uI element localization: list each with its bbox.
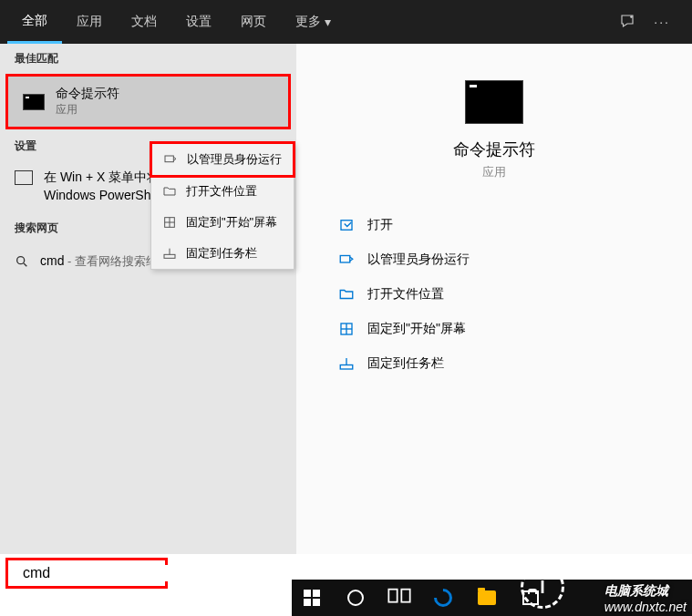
cmd-icon: [23, 94, 45, 110]
ctx-open-location-label: 打开文件位置: [186, 183, 257, 200]
search-box[interactable]: [5, 558, 168, 589]
ctx-pin-to-start[interactable]: 固定到"开始"屏幕: [151, 207, 294, 238]
action-open-file-location[interactable]: 打开文件位置: [333, 277, 665, 312]
ctx-pin-start-label: 固定到"开始"屏幕: [186, 214, 277, 231]
best-match-result[interactable]: 命令提示符 应用: [8, 77, 288, 127]
action-run-admin-label: 以管理员身份运行: [367, 252, 470, 268]
svg-rect-9: [340, 256, 350, 263]
section-best-match: 最佳匹配: [0, 44, 296, 72]
svg-rect-7: [164, 254, 175, 258]
preview-title: 命令提示符: [324, 139, 665, 160]
watermark-text: 电脑系统城 www.dnxtc.net: [604, 583, 687, 614]
action-pin-start-label: 固定到"开始"屏幕: [367, 321, 466, 337]
svg-point-1: [17, 256, 25, 263]
action-pin-to-taskbar[interactable]: 固定到任务栏: [333, 346, 665, 381]
preview-app-icon: [465, 80, 523, 124]
search-input[interactable]: [23, 565, 205, 581]
folder-open-icon: [338, 286, 355, 303]
ctx-open-file-location[interactable]: 打开文件位置: [151, 176, 294, 207]
edge-browser-icon[interactable]: [430, 585, 456, 611]
ctx-run-admin-label: 以管理员身份运行: [187, 151, 282, 168]
action-pin-to-start[interactable]: 固定到"开始"屏幕: [333, 312, 665, 346]
open-icon: [338, 217, 355, 233]
svg-point-0: [631, 15, 633, 17]
pin-taskbar-icon: [162, 246, 177, 261]
search-icon: [15, 254, 29, 269]
svg-rect-16: [388, 590, 397, 602]
pin-taskbar-icon: [338, 355, 355, 372]
task-view-button[interactable]: [387, 585, 412, 611]
results-panel: 最佳匹配 命令提示符 应用 设置 在 Win + X 菜单中将命令提示符替换为 …: [0, 44, 296, 554]
action-open-label: 打开: [367, 217, 393, 233]
folder-open-icon: [162, 184, 177, 199]
svg-rect-13: [340, 365, 353, 370]
tab-web[interactable]: 网页: [226, 0, 281, 44]
result-title: 命令提示符: [56, 86, 119, 102]
feedback-icon[interactable]: [619, 13, 635, 32]
shield-icon: [338, 252, 355, 268]
svg-rect-17: [401, 590, 409, 602]
file-explorer-icon[interactable]: [474, 585, 500, 611]
pin-start-icon: [338, 321, 355, 337]
preview-subtitle: 应用: [324, 164, 665, 180]
chevron-down-icon: ▾: [325, 15, 331, 29]
ctx-pin-taskbar-label: 固定到任务栏: [186, 245, 257, 262]
ellipsis-icon[interactable]: ···: [654, 15, 670, 29]
tab-apps[interactable]: 应用: [62, 0, 117, 44]
ctx-run-as-admin[interactable]: 以管理员身份运行: [152, 144, 293, 175]
tab-more[interactable]: 更多 ▾: [281, 0, 346, 44]
pin-start-icon: [162, 215, 177, 230]
action-run-as-admin[interactable]: 以管理员身份运行: [333, 242, 665, 277]
result-subtitle: 应用: [56, 102, 119, 118]
context-menu: 以管理员身份运行 打开文件位置 固定到"开始"屏幕 固定到任务栏: [150, 142, 294, 270]
tab-settings[interactable]: 设置: [171, 0, 226, 44]
shield-icon: [163, 152, 178, 167]
search-category-tabs: 全部 应用 文档 设置 网页 更多 ▾ ···: [0, 0, 692, 44]
start-button[interactable]: [299, 585, 325, 611]
web-query: cmd: [40, 253, 64, 268]
monitor-icon: [15, 170, 33, 185]
action-pin-taskbar-label: 固定到任务栏: [367, 355, 444, 372]
svg-line-2: [24, 263, 26, 266]
preview-panel: 命令提示符 应用 打开 以管理员身份运行 打开文件位置: [296, 44, 692, 554]
action-open-location-label: 打开文件位置: [367, 286, 444, 303]
tab-more-label: 更多: [295, 14, 321, 30]
watermark-logo: [521, 565, 564, 609]
cortana-button[interactable]: [343, 585, 368, 611]
ctx-pin-to-taskbar[interactable]: 固定到任务栏: [151, 238, 294, 269]
svg-rect-3: [165, 156, 173, 162]
tab-all[interactable]: 全部: [7, 0, 62, 44]
tab-documents[interactable]: 文档: [117, 0, 171, 44]
action-open[interactable]: 打开: [333, 208, 665, 242]
